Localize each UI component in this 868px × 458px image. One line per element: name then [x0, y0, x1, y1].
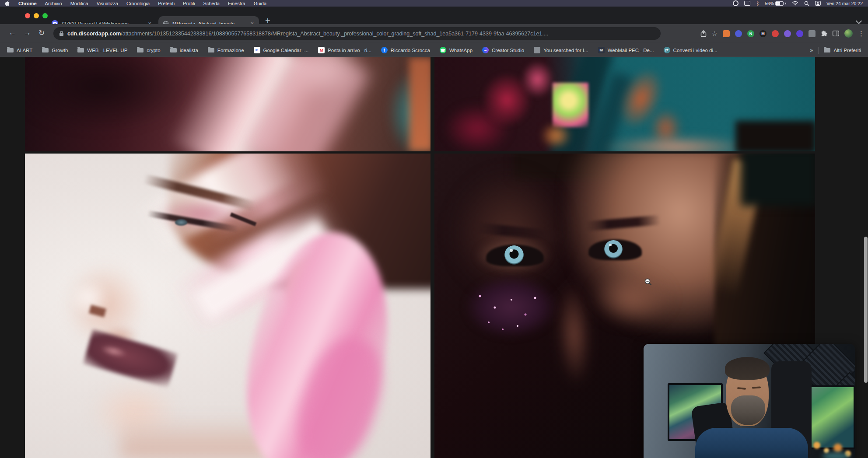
bookmark-webmail-pec[interactable]: ✉WebMail PEC - De... — [598, 47, 654, 53]
folder-icon — [137, 48, 144, 52]
bookmark-folder-ai-art[interactable]: AI ART — [7, 48, 32, 53]
google-calendar-icon: 31 — [254, 47, 260, 53]
extension-indigo-icon[interactable] — [796, 30, 803, 37]
whatsapp-icon: ☎ — [440, 47, 446, 53]
extension-black-icon[interactable]: M — [760, 30, 766, 37]
menu-chrome[interactable]: Chrome — [18, 1, 37, 6]
meta-icon: ∞ — [482, 47, 489, 53]
extension-green-icon[interactable]: N — [747, 30, 754, 37]
gmail-icon: M — [318, 47, 325, 53]
folder-icon — [7, 48, 14, 52]
bookmark-facebook-profile[interactable]: fRiccardo Scrocca — [381, 47, 430, 53]
back-button[interactable]: ← — [9, 28, 16, 37]
bokeh-light — [813, 442, 820, 449]
menu-finestra[interactable]: Finestra — [228, 1, 245, 6]
facebook-icon: f — [381, 47, 388, 53]
bookmark-folder-idealista[interactable]: idealista — [170, 48, 198, 53]
battery-icon — [775, 1, 784, 6]
menu-visualizza[interactable]: Visualizza — [97, 1, 118, 6]
bokeh-light — [824, 448, 829, 453]
reload-button[interactable]: ↻ — [38, 28, 45, 38]
bookmark-whatsapp[interactable]: ☎WhatsApp — [440, 47, 472, 53]
fast-user-switch-icon[interactable] — [815, 1, 821, 6]
apple-menu-icon[interactable] — [5, 0, 10, 6]
address-bar[interactable]: cdn.discordapp.com /attachments/10135123… — [53, 27, 661, 40]
page-icon — [534, 47, 540, 53]
menubar-clock[interactable]: Ven 24 mar 20:22 — [826, 1, 863, 6]
converter-icon: ⇄ — [664, 47, 670, 53]
folder-icon — [208, 48, 214, 52]
bluetooth-icon[interactable]: ᛒ — [756, 1, 759, 6]
grid-quadrant-bottom-left — [25, 154, 430, 458]
presenter-beard — [731, 395, 765, 425]
wifi-icon[interactable] — [792, 1, 798, 6]
bookmark-you-searched[interactable]: You searched for I... — [534, 47, 588, 53]
extensions-puzzle-icon[interactable] — [821, 30, 827, 37]
vertical-scrollbar[interactable] — [864, 237, 868, 383]
extension-grid-icon[interactable] — [808, 30, 816, 37]
screen: Chrome Archivio Modifica Visualizza Cron… — [0, 0, 868, 458]
bookmark-star-icon[interactable]: ☆ — [712, 30, 718, 38]
display-icon[interactable] — [744, 1, 750, 6]
tab-strip: (2762) Discord | @Midjourney × MRregista… — [0, 7, 868, 24]
presenter-shirt — [695, 428, 808, 458]
menu-scheda[interactable]: Scheda — [203, 1, 220, 6]
menu-preferiti[interactable]: Preferiti — [158, 1, 175, 6]
extension-red-icon[interactable] — [772, 30, 779, 37]
folder-icon — [824, 48, 830, 52]
folder-icon — [170, 48, 177, 52]
presenter-webcam-overlay — [644, 344, 855, 458]
webmail-icon: ✉ — [598, 47, 605, 53]
bookmark-folder-growth[interactable]: Growth — [42, 48, 68, 53]
bookmark-gmail-inbox[interactable]: MPosta in arrivo - ri... — [318, 47, 371, 53]
battery-indicator[interactable]: 56% — [765, 1, 786, 6]
bookmark-video-converter[interactable]: ⇄Converti i video di... — [664, 47, 718, 53]
bokeh-glow — [822, 452, 850, 458]
bookmark-folder-crypto[interactable]: crypto — [137, 48, 160, 53]
extension-purple-icon[interactable] — [784, 30, 791, 37]
browser-toolbar: ← → ↻ cdn.discordapp.com /attachments/10… — [0, 24, 868, 43]
record-icon[interactable] — [733, 0, 738, 6]
window-close-button[interactable] — [25, 13, 30, 18]
bookmark-other-favorites[interactable]: Altri Preferiti — [824, 48, 861, 53]
bookmark-folder-web-level-up[interactable]: WEB - LEVEL-UP — [77, 48, 127, 53]
url-path: /attachments/1013512335442333816/1088905… — [121, 31, 548, 37]
menu-cronologia[interactable]: Cronologia — [126, 1, 150, 6]
menu-guida[interactable]: Guida — [254, 1, 266, 6]
spotlight-icon[interactable] — [804, 1, 809, 6]
tab-overflow-chevron-icon[interactable] — [856, 18, 862, 24]
bokeh-light — [833, 444, 842, 452]
profile-avatar[interactable] — [844, 29, 853, 38]
presenter-hair — [725, 357, 770, 380]
folder-icon — [42, 48, 49, 52]
macos-menubar: Chrome Archivio Modifica Visualizza Cron… — [0, 0, 868, 7]
window-minimize-button[interactable] — [34, 13, 39, 18]
url-host: cdn.discordapp.com — [67, 31, 121, 37]
extension-blue-icon[interactable] — [735, 30, 742, 37]
bookmark-creator-studio[interactable]: ∞Creator Studio — [482, 47, 524, 53]
extension-orange-icon[interactable] — [723, 30, 730, 37]
grid-quadrant-top-right — [434, 57, 815, 151]
menu-archivio[interactable]: Archivio — [45, 1, 62, 6]
bookmarks-bar: AI ART Growth WEB - LEVEL-UP crypto idea… — [0, 43, 868, 57]
lock-icon — [59, 31, 64, 36]
grid-quadrant-top-left — [25, 57, 430, 151]
menu-modifica[interactable]: Modifica — [70, 1, 88, 6]
zoom-out-cursor-icon — [644, 278, 653, 288]
side-panel-icon[interactable] — [833, 31, 839, 36]
bookmarks-overflow-chevron[interactable]: » — [810, 47, 813, 53]
bookmark-google-calendar[interactable]: 31Google Calendar -... — [254, 47, 309, 53]
bookmarks-divider — [818, 47, 819, 54]
folder-icon — [77, 48, 84, 52]
chrome-menu-icon[interactable]: ⋮ — [858, 30, 864, 38]
menu-profili[interactable]: Profili — [183, 1, 195, 6]
share-icon[interactable] — [700, 30, 707, 37]
forward-button[interactable]: → — [24, 28, 31, 37]
battery-percent: 56% — [765, 1, 774, 6]
bookmark-folder-formazione[interactable]: Formazione — [208, 48, 244, 53]
